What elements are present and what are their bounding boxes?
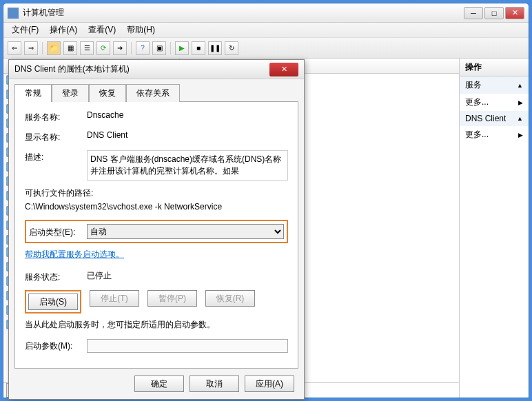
play-icon[interactable]: ▶ <box>175 41 189 55</box>
actions-more-2[interactable]: 更多...▶ <box>460 126 529 143</box>
menu-help[interactable]: 帮助(H) <box>121 23 161 37</box>
menubar: 文件(F) 操作(A) 查看(V) 帮助(H) <box>3 23 529 38</box>
apply-button[interactable]: 应用(A) <box>245 376 294 392</box>
pause-icon[interactable]: ❚❚ <box>208 41 222 55</box>
list-icon[interactable]: ▦ <box>63 41 77 55</box>
params-input <box>87 339 288 353</box>
toolbar: ⇐ ⇒ 📁 ▦ ☰ ⟳ ➜ ? ▣ ▶ ■ ❚❚ ↻ <box>3 38 529 59</box>
folder-icon[interactable]: 📁 <box>47 41 61 55</box>
tab-logon[interactable]: 登录 <box>52 84 89 102</box>
label-params: 启动参数(M): <box>25 339 87 352</box>
label-status: 服务状态: <box>25 270 87 283</box>
hint-text: 当从此处启动服务时，您可指定所适用的启动参数。 <box>25 319 288 331</box>
chevron-right-icon: ▶ <box>518 132 523 138</box>
nav-back-icon[interactable]: ⇐ <box>8 41 21 55</box>
tab-recovery[interactable]: 恢复 <box>89 84 126 102</box>
label-dispname: 显示名称: <box>25 130 87 143</box>
menu-view[interactable]: 查看(V) <box>83 23 121 37</box>
startup-type-select[interactable]: 自动 <box>87 224 284 239</box>
detail-icon[interactable]: ☰ <box>80 41 94 55</box>
refresh-icon[interactable]: ⟳ <box>96 41 110 55</box>
label-svcname: 服务名称: <box>25 110 87 123</box>
collapse-icon: ▲ <box>517 115 523 122</box>
value-svcname: Dnscache <box>87 110 288 120</box>
tab-deps[interactable]: 依存关系 <box>126 84 180 102</box>
menu-action[interactable]: 操作(A) <box>44 23 83 37</box>
start-button[interactable]: 启动(S) <box>28 294 78 310</box>
chevron-right-icon: ▶ <box>518 99 523 106</box>
value-status: 已停止 <box>87 270 288 282</box>
resume-button: 恢复(R) <box>205 290 255 307</box>
app-icon <box>8 8 19 19</box>
actions-header: 操作 <box>460 59 529 76</box>
actions-services[interactable]: 服务▲ <box>460 76 529 94</box>
ok-button[interactable]: 确定 <box>134 376 184 392</box>
label-desc: 描述: <box>25 150 87 163</box>
help-icon[interactable]: ? <box>136 41 150 55</box>
value-desc: DNS 客户端服务(dnscache)缓存域名系统(DNS)名称并注册该计算机的… <box>87 150 288 181</box>
restart-icon[interactable]: ↻ <box>225 41 238 55</box>
collapse-icon: ▲ <box>517 82 523 89</box>
startup-type-row: 启动类型(E): 自动 <box>25 220 288 243</box>
dialog-title: DNS Client 的属性(本地计算机) <box>14 63 269 75</box>
value-dispname: DNS Client <box>87 130 288 140</box>
pause-button: 暂停(P) <box>147 290 197 307</box>
stop-icon[interactable]: ■ <box>192 41 205 55</box>
titlebar: 计算机管理 ─ □ ✕ <box>3 3 529 23</box>
label-exepath: 可执行文件的路径: <box>25 187 288 199</box>
close-button[interactable]: ✕ <box>505 7 524 19</box>
export-icon[interactable]: ➜ <box>113 41 127 55</box>
props-icon[interactable]: ▣ <box>152 41 166 55</box>
value-exepath: C:\Windows\system32\svchost.exe -k Netwo… <box>25 202 288 212</box>
menu-file[interactable]: 文件(F) <box>6 23 44 37</box>
properties-dialog: DNS Client 的属性(本地计算机) ✕ 常规 登录 恢复 依存关系 服务… <box>8 59 305 400</box>
actions-more-1[interactable]: 更多...▶ <box>460 94 529 111</box>
tab-general[interactable]: 常规 <box>14 84 52 102</box>
minimize-button[interactable]: ─ <box>464 7 483 19</box>
cancel-button[interactable]: 取消 <box>190 376 239 392</box>
dialog-close-button[interactable]: ✕ <box>269 63 298 76</box>
label-startup: 启动类型(E): <box>29 225 87 238</box>
help-link[interactable]: 帮助我配置服务启动选项。 <box>25 249 124 259</box>
nav-fwd-icon[interactable]: ⇒ <box>24 41 38 55</box>
stop-button: 停止(T) <box>90 290 139 307</box>
actions-dns[interactable]: DNS Client▲ <box>460 111 529 126</box>
dialog-titlebar: DNS Client 的属性(本地计算机) ✕ <box>9 60 304 79</box>
window-title: 计算机管理 <box>23 7 464 19</box>
maximize-button[interactable]: □ <box>484 7 504 19</box>
